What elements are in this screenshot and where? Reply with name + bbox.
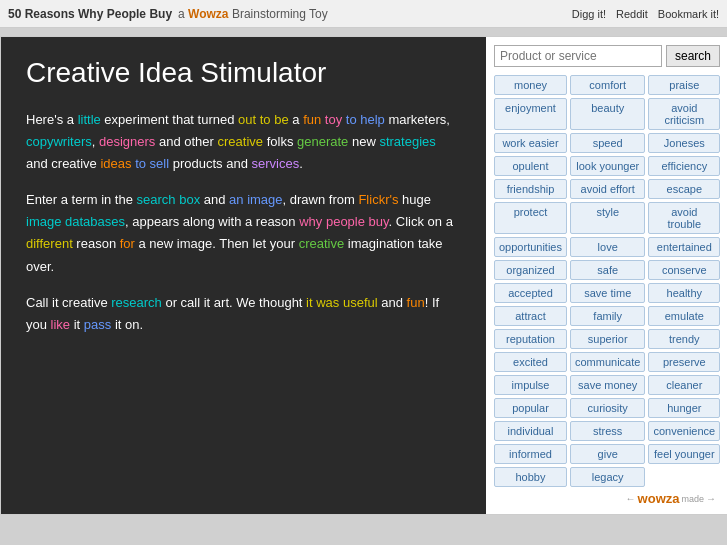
tag-button[interactable]: convenience <box>648 421 720 441</box>
tag-button[interactable]: comfort <box>570 75 645 95</box>
tag-button[interactable]: feel younger <box>648 444 720 464</box>
tag-button[interactable]: entertained <box>648 237 720 257</box>
tag-button[interactable]: safe <box>570 260 645 280</box>
text-span: little <box>78 112 101 127</box>
tag-button[interactable]: efficiency <box>648 156 720 176</box>
text-span: an image <box>229 192 282 207</box>
text-span: , <box>92 134 99 149</box>
tag-button[interactable]: style <box>570 202 645 234</box>
text-span: Flickr's <box>358 192 398 207</box>
tag-button[interactable]: hunger <box>648 398 720 418</box>
tag-button[interactable]: love <box>570 237 645 257</box>
text-span: experiment <box>101 112 169 127</box>
tag-button[interactable]: opulent <box>494 156 567 176</box>
text-span: why people buy <box>299 214 388 229</box>
tag-button[interactable]: escape <box>648 179 720 199</box>
text-span: services <box>252 156 300 171</box>
text-span: out to be <box>234 112 288 127</box>
right-panel: search moneycomfortpraiseenjoymentbeauty… <box>486 37 727 514</box>
tag-button[interactable]: legacy <box>570 467 645 487</box>
tag-button[interactable]: curiosity <box>570 398 645 418</box>
text-span: Here's a <box>26 112 78 127</box>
text-span: it was useful <box>306 295 378 310</box>
tag-button[interactable]: reputation <box>494 329 567 349</box>
tag-button[interactable]: communicate <box>570 352 645 372</box>
tag-button[interactable]: hobby <box>494 467 567 487</box>
text-span: marketers <box>388 112 446 127</box>
search-input[interactable] <box>494 45 662 67</box>
text-span: and <box>378 295 407 310</box>
text-span: to help <box>342 112 388 127</box>
tag-button[interactable]: opportunities <box>494 237 567 257</box>
tag-button[interactable]: cleaner <box>648 375 720 395</box>
text-span: fun <box>303 112 321 127</box>
tag-button[interactable]: avoid trouble <box>648 202 720 234</box>
tag-button[interactable]: save time <box>570 283 645 303</box>
tag-button[interactable]: family <box>570 306 645 326</box>
bookmark-button[interactable]: Bookmark it! <box>658 8 719 20</box>
text-span: reason <box>73 236 120 251</box>
tag-button[interactable]: Joneses <box>648 133 720 153</box>
tag-button[interactable]: conserve <box>648 260 720 280</box>
reddit-button[interactable]: Reddit <box>616 8 648 20</box>
text-span: huge <box>398 192 431 207</box>
text-span: , appears along with a reason <box>125 214 299 229</box>
tag-button[interactable]: save money <box>570 375 645 395</box>
tag-button[interactable]: superior <box>570 329 645 349</box>
text-span: pass <box>84 317 111 332</box>
tag-button[interactable]: money <box>494 75 567 95</box>
text-span: different <box>26 236 73 251</box>
text-span: Enter a term in the <box>26 192 137 207</box>
tag-button[interactable]: excited <box>494 352 567 372</box>
tag-button[interactable]: give <box>570 444 645 464</box>
main-container: Creative Idea Stimulator Here's a little… <box>0 36 727 515</box>
tag-button[interactable]: individual <box>494 421 567 441</box>
wowza-arrow-right: → <box>706 493 716 504</box>
tag-button[interactable]: impulse <box>494 375 567 395</box>
tag-button[interactable]: emulate <box>648 306 720 326</box>
tag-button[interactable]: praise <box>648 75 720 95</box>
text-span: search box <box>137 192 201 207</box>
text-span: or call it art. We thought <box>162 295 306 310</box>
digg-button[interactable]: Digg it! <box>572 8 606 20</box>
text-span: and other <box>155 134 217 149</box>
tag-button[interactable]: enjoyment <box>494 98 567 130</box>
wowza-footer-row: ← wowza made → <box>494 491 720 506</box>
text-span: it on. <box>111 317 143 332</box>
text-span: creative <box>299 236 345 251</box>
text-span: it <box>70 317 84 332</box>
tag-button[interactable]: speed <box>570 133 645 153</box>
tag-button[interactable]: friendship <box>494 179 567 199</box>
tag-button[interactable]: avoid criticism <box>648 98 720 130</box>
tag-button[interactable]: informed <box>494 444 567 464</box>
text-span: to sell <box>132 156 173 171</box>
header-actions: Digg it! Reddit Bookmark it! <box>572 8 719 20</box>
tag-button[interactable]: work easier <box>494 133 567 153</box>
tag-button[interactable]: organized <box>494 260 567 280</box>
search-button[interactable]: search <box>666 45 720 67</box>
tag-button[interactable]: avoid effort <box>570 179 645 199</box>
text-span: and <box>200 192 229 207</box>
text-span: a new image. Then let your <box>135 236 299 251</box>
text-span: research <box>111 295 162 310</box>
left-panel: Creative Idea Stimulator Here's a little… <box>1 37 486 514</box>
tag-button[interactable]: protect <box>494 202 567 234</box>
tag-button[interactable]: healthy <box>648 283 720 303</box>
tag-button[interactable]: beauty <box>570 98 645 130</box>
app-title: Creative Idea Stimulator <box>26 57 461 89</box>
tag-button[interactable]: preserve <box>648 352 720 372</box>
text-span: image databases <box>26 214 125 229</box>
tags-grid: moneycomfortpraiseenjoymentbeautyavoid c… <box>494 75 720 487</box>
text-span: strategies <box>379 134 435 149</box>
tag-button[interactable]: popular <box>494 398 567 418</box>
text-span: Call it creative <box>26 295 111 310</box>
tag-button[interactable]: accepted <box>494 283 567 303</box>
text-span: designers <box>99 134 155 149</box>
tag-button[interactable]: attract <box>494 306 567 326</box>
tag-button[interactable]: trendy <box>648 329 720 349</box>
tag-button[interactable]: look younger <box>570 156 645 176</box>
text-span: for <box>120 236 135 251</box>
tag-button[interactable]: stress <box>570 421 645 441</box>
page-title: 50 Reasons Why People Buy <box>8 7 172 21</box>
text-span: and creative <box>26 156 100 171</box>
